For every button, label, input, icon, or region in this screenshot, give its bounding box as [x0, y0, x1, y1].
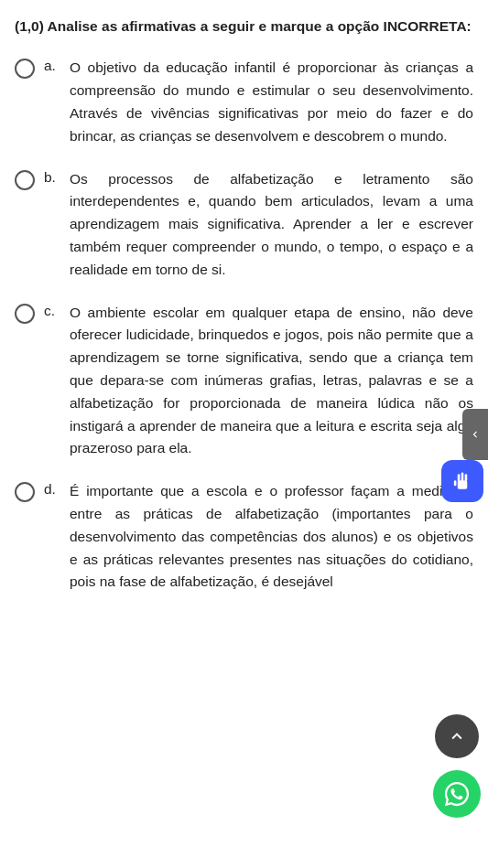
- option-text-b: Os processos de alfabetização e letramen…: [70, 168, 473, 282]
- option-text-c: O ambiente escolar em qualquer etapa de …: [70, 302, 473, 461]
- option-text-a: O objetivo da educação infantil é propor…: [70, 57, 473, 147]
- radio-d[interactable]: [15, 482, 35, 502]
- option-row-b: b. Os processos de alfabetização e letra…: [15, 168, 473, 282]
- svg-rect-3: [465, 474, 468, 481]
- whatsapp-button[interactable]: [433, 770, 481, 818]
- scroll-to-top-button[interactable]: [435, 714, 479, 758]
- option-letter-c: c.: [44, 302, 66, 319]
- svg-rect-1: [458, 474, 461, 482]
- radio-c[interactable]: [15, 304, 35, 324]
- svg-rect-4: [454, 480, 457, 486]
- svg-rect-2: [461, 472, 464, 481]
- option-letter-d: d.: [44, 480, 66, 498]
- side-nav-button[interactable]: [462, 409, 488, 460]
- option-text-d: É importante que a escola e o professor …: [70, 480, 473, 594]
- radio-b[interactable]: [15, 170, 35, 190]
- question-container: (1,0) Analise as afirmativas a seguir e …: [0, 0, 488, 632]
- radio-a[interactable]: [15, 59, 35, 79]
- option-row-c: c. O ambiente escolar em qualquer etapa …: [15, 302, 473, 461]
- option-letter-a: a.: [44, 57, 66, 74]
- chevron-left-icon: [469, 428, 482, 441]
- hand-raise-icon: [450, 468, 475, 494]
- option-row-a: a. O objetivo da educação infantil é pro…: [15, 57, 473, 147]
- chevron-up-icon: [447, 726, 467, 746]
- whatsapp-icon: [443, 780, 471, 808]
- question-header: (1,0) Analise as afirmativas a seguir e …: [15, 16, 473, 37]
- app-icon-button[interactable]: [441, 460, 483, 502]
- option-letter-b: b.: [44, 168, 66, 186]
- option-row-d: d. É importante que a escola e o profess…: [15, 480, 473, 594]
